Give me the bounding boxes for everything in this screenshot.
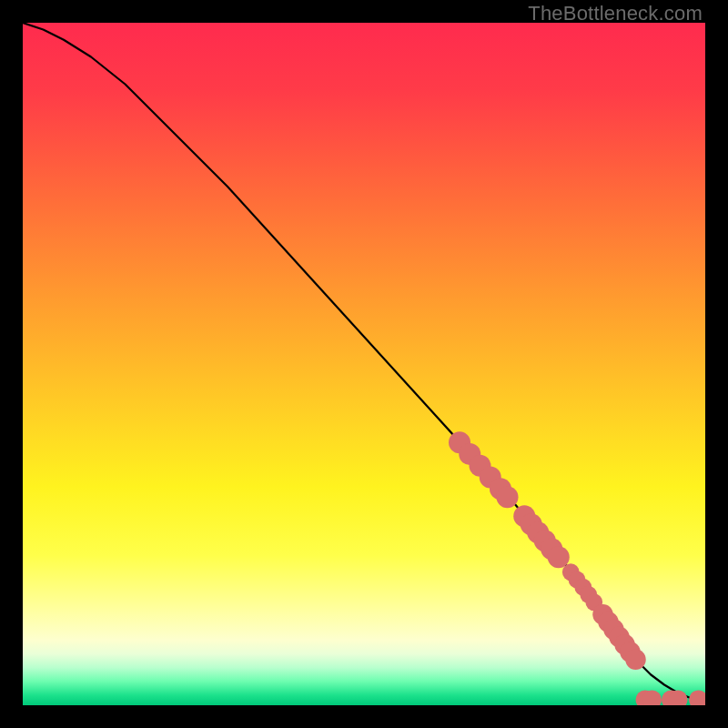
marker-dot	[548, 546, 570, 568]
marker-dot	[497, 486, 519, 508]
chart-svg	[23, 23, 705, 705]
marker-dot	[625, 650, 646, 671]
chart-frame: TheBottleneck.com	[0, 0, 728, 728]
gradient-background	[23, 23, 705, 705]
plot-area	[23, 23, 705, 705]
